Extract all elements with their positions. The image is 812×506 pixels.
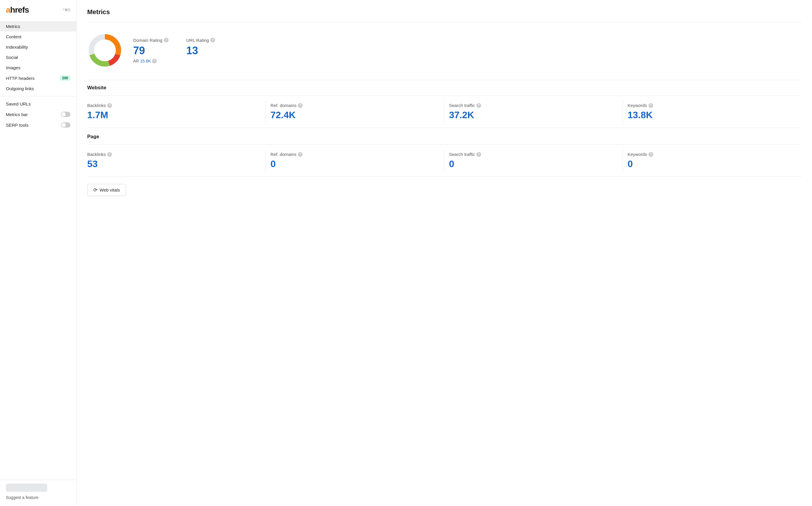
url-rating-value: 13 [186,45,215,57]
backlinks-help-icon[interactable]: ? [107,103,112,108]
page-section: Page Backlinks ? 53 Ref. domains ? 0 Sea… [87,134,801,177]
page-keywords-help-icon[interactable]: ? [648,152,653,157]
page-keywords-label: Keywords ? [628,152,797,157]
website-section: Website Backlinks ? 1.7M Ref. domains ? … [87,85,801,128]
domain-rating-label: Domain Rating ? [133,38,169,43]
sidebar-divider-1 [0,96,76,96]
ar-value: 15.6K [140,59,151,63]
website-backlinks-value: 1.7M [87,110,261,120]
top-divider [87,22,801,22]
sidebar-item-saved-urls[interactable]: Saved URLs [0,99,76,109]
http-headers-badge: 200 [60,75,70,81]
sidebar-header: ahrefs ^⌘S [0,0,76,19]
suggest-bar-placeholder [6,484,47,492]
sidebar-item-metrics[interactable]: Metrics [0,21,76,31]
domain-rating-ar: AR 15.6K ? [133,59,169,63]
ar-help-icon[interactable]: ? [152,59,157,63]
sidebar-item-images[interactable]: Images [0,63,76,73]
domain-rating-section: Domain Rating ? 79 AR 15.6K ? URL Rating… [87,27,801,75]
website-search-traffic-block: Search traffic ? 37.2K [444,100,623,123]
domain-rating-value: 79 [133,45,169,57]
domain-rating-block: Domain Rating ? 79 AR 15.6K ? [133,38,169,63]
sidebar-item-metrics-bar[interactable]: Metrics bar [0,109,76,120]
page-search-traffic-help-icon[interactable]: ? [476,152,481,157]
page-ref-domains-block: Ref. domains ? 0 [266,149,444,172]
sidebar-item-outgoing-links[interactable]: Outgoing links [0,83,76,94]
sidebar-item-social[interactable]: Social [0,52,76,63]
page-backlinks-block: Backlinks ? 53 [87,149,266,172]
url-rating-help-icon[interactable]: ? [210,38,215,43]
page-search-traffic-block: Search traffic ? 0 [444,149,623,172]
sidebar-item-label: HTTP headers [6,76,34,81]
svg-point-4 [94,40,115,61]
logo-rest: hrefs [10,5,29,14]
website-search-traffic-value: 37.2K [449,110,618,120]
page-metrics-grid: Backlinks ? 53 Ref. domains ? 0 Search t… [87,144,801,177]
web-vitals-button[interactable]: ⟳ Web vitals [87,184,126,196]
page-backlinks-label: Backlinks ? [87,152,261,157]
website-metrics-grid: Backlinks ? 1.7M Ref. domains ? 72.4K Se… [87,95,801,128]
sidebar-nav: Metrics Content Indexability Social Imag… [0,19,76,133]
keywords-help-icon[interactable]: ? [648,103,653,108]
serp-tools-toggle[interactable] [61,122,70,128]
website-ref-domains-block: Ref. domains ? 72.4K [266,100,444,123]
page-search-traffic-label: Search traffic ? [449,152,618,157]
donut-svg [87,33,122,68]
page-backlinks-value: 53 [87,159,261,169]
sidebar-item-label: SERP tools [6,122,28,128]
website-keywords-value: 13.8K [628,110,797,120]
url-rating-label: URL Rating ? [186,38,215,43]
section-divider-1 [87,80,801,80]
page-title: Metrics [87,8,801,16]
sidebar-item-label: Indexability [6,45,28,50]
page-ref-domains-help-icon[interactable]: ? [298,152,302,157]
page-section-header: Page [87,134,801,140]
website-keywords-block: Keywords ? 13.8K [623,100,801,123]
domain-rating-help-icon[interactable]: ? [164,38,169,43]
page-ref-domains-value: 0 [270,159,439,169]
donut-chart [87,33,122,68]
search-traffic-help-icon[interactable]: ? [476,103,481,108]
page-ref-domains-label: Ref. domains ? [270,152,439,157]
sidebar-item-indexability[interactable]: Indexability [0,42,76,52]
sidebar-item-label: Metrics [6,24,20,29]
page-search-traffic-value: 0 [449,159,618,169]
url-rating-block: URL Rating ? 13 [186,38,215,63]
sidebar-item-http-headers[interactable]: HTTP headers 200 [0,73,76,83]
sidebar-item-label: Saved URLs [6,101,31,106]
website-backlinks-block: Backlinks ? 1.7M [87,100,266,123]
domain-url-rating-info: Domain Rating ? 79 AR 15.6K ? URL Rating… [133,38,215,63]
website-keywords-label: Keywords ? [628,103,797,108]
main-content: Metrics Domain Rating [77,0,812,506]
suggest-feature-link[interactable]: Suggest a feature [6,495,38,500]
keyboard-shortcut: ^⌘S [63,8,70,12]
page-backlinks-help-icon[interactable]: ? [107,152,112,157]
sidebar-item-label: Social [6,55,18,60]
sidebar-item-content[interactable]: Content [0,31,76,42]
sidebar: ahrefs ^⌘S Metrics Content Indexability … [0,0,77,506]
metrics-bar-toggle[interactable] [61,112,70,117]
sidebar-bottom: Suggest a feature [0,480,76,506]
web-vitals-label: Web vitals [100,187,120,192]
website-backlinks-label: Backlinks ? [87,103,261,108]
page-keywords-block: Keywords ? 0 [623,149,801,172]
sidebar-item-label: Content [6,34,21,39]
website-section-header: Website [87,85,801,91]
website-ref-domains-label: Ref. domains ? [270,103,439,108]
ref-domains-help-icon[interactable]: ? [298,103,302,108]
website-ref-domains-value: 72.4K [270,110,439,120]
page-keywords-value: 0 [628,159,797,169]
sidebar-item-label: Images [6,65,20,70]
logo: ahrefs [6,5,29,15]
sidebar-item-label: Metrics bar [6,112,28,117]
logo-a: a [6,5,10,14]
sidebar-item-label: Outgoing links [6,86,34,91]
refresh-icon: ⟳ [93,187,97,193]
website-search-traffic-label: Search traffic ? [449,103,618,108]
sidebar-item-serp-tools[interactable]: SERP tools [0,120,76,130]
